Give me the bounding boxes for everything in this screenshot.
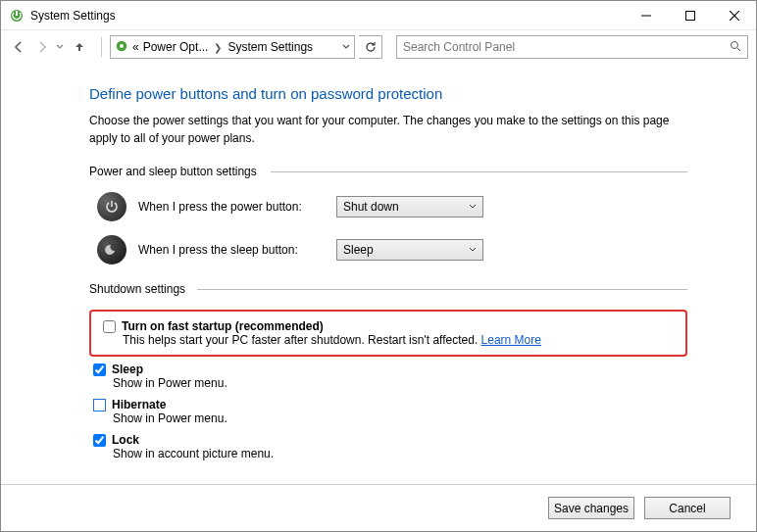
fast-startup-checkbox[interactable] xyxy=(103,320,116,333)
page-title: Define power buttons and turn on passwor… xyxy=(89,85,687,102)
save-button-label: Save changes xyxy=(554,502,629,515)
power-icon xyxy=(97,192,126,221)
power-button-label: When I press the power button: xyxy=(138,200,325,214)
lock-checkbox[interactable] xyxy=(93,434,106,447)
section-header-shutdown: Shutdown settings xyxy=(89,282,687,296)
cancel-button[interactable]: Cancel xyxy=(644,497,731,519)
refresh-button[interactable] xyxy=(359,35,382,59)
sleep-title: Sleep xyxy=(112,363,143,376)
footer: Save changes Cancel xyxy=(1,484,756,531)
power-button-dropdown[interactable]: Shut down xyxy=(336,196,483,218)
power-button-value: Shut down xyxy=(343,200,399,214)
fast-startup-desc: This helps start your PC faster after sh… xyxy=(123,333,481,347)
separator xyxy=(101,37,102,57)
svg-rect-1 xyxy=(16,11,18,16)
search-icon xyxy=(730,40,741,55)
address-bar[interactable]: « Power Opt... ❯ System Settings xyxy=(110,35,355,59)
hibernate-title: Hibernate xyxy=(112,398,166,411)
back-button[interactable] xyxy=(9,36,28,58)
search-placeholder: Search Control Panel xyxy=(403,40,730,54)
learn-more-link[interactable]: Learn More xyxy=(481,333,541,347)
section-header-shutdown-label: Shutdown settings xyxy=(89,282,191,296)
lock-desc: Show in account picture menu. xyxy=(113,447,687,460)
svg-point-5 xyxy=(732,41,738,48)
hibernate-desc: Show in Power menu. xyxy=(113,411,687,425)
titlebar: System Settings xyxy=(1,1,756,30)
cancel-button-label: Cancel xyxy=(669,502,705,515)
section-header-buttons-label: Power and sleep button settings xyxy=(89,165,263,178)
fast-startup-title: Turn on fast startup (recommended) xyxy=(122,319,324,333)
window: System Settings « Po xyxy=(0,0,757,532)
app-icon xyxy=(9,8,25,24)
window-title: System Settings xyxy=(30,9,116,23)
sleep-desc: Show in Power menu. xyxy=(113,376,687,390)
svg-rect-2 xyxy=(685,11,694,20)
maximize-button[interactable] xyxy=(668,1,712,30)
navbar: « Power Opt... ❯ System Settings Search … xyxy=(1,30,756,64)
close-button[interactable] xyxy=(712,1,756,30)
hibernate-checkbox[interactable] xyxy=(93,399,106,411)
address-dropdown-icon[interactable] xyxy=(342,40,350,54)
breadcrumb-prefix: « xyxy=(132,40,139,54)
sleep-button-dropdown[interactable]: Sleep xyxy=(336,239,483,261)
fast-startup-highlight: Turn on fast startup (recommended) This … xyxy=(89,310,687,357)
breadcrumb-power-options[interactable]: Power Opt... xyxy=(143,40,209,54)
svg-point-4 xyxy=(120,44,124,48)
sleep-button-label: When I press the sleep button: xyxy=(138,243,325,257)
save-button[interactable]: Save changes xyxy=(548,497,634,519)
up-button[interactable] xyxy=(70,36,89,58)
breadcrumb-system-settings[interactable]: System Settings xyxy=(227,40,313,54)
sleep-icon xyxy=(97,235,126,265)
page-description: Choose the power settings that you want … xyxy=(89,112,687,147)
content-area: Define power buttons and turn on passwor… xyxy=(1,64,756,484)
sleep-button-value: Sleep xyxy=(343,243,374,257)
lock-title: Lock xyxy=(112,433,139,447)
chevron-down-icon xyxy=(469,203,477,211)
power-button-row: When I press the power button: Shut down xyxy=(97,192,687,221)
chevron-right-icon: ❯ xyxy=(212,42,224,53)
sleep-button-row: When I press the sleep button: Sleep xyxy=(97,235,687,265)
history-dropdown-icon[interactable] xyxy=(56,36,64,58)
section-header-buttons: Power and sleep button settings xyxy=(89,165,687,178)
control-panel-icon xyxy=(115,39,128,56)
search-input[interactable]: Search Control Panel xyxy=(396,35,748,59)
minimize-button[interactable] xyxy=(624,1,668,30)
sleep-checkbox[interactable] xyxy=(93,363,106,376)
chevron-down-icon xyxy=(469,246,477,254)
forward-button[interactable] xyxy=(32,36,52,58)
